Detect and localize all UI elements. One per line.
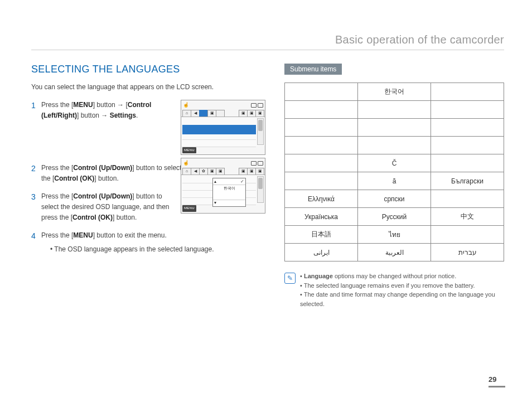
- left-column: SELECTING THE LANGUAGES You can select t…: [31, 64, 265, 308]
- table-cell: [431, 226, 504, 244]
- battery-icon: [251, 161, 263, 166]
- lcd-tab: ⌂: [182, 168, 191, 175]
- lcd-tab: ▣: [207, 168, 216, 175]
- lcd-tab: ▣: [255, 110, 264, 117]
- table-cell: [285, 154, 358, 172]
- hand-icon: ☝: [183, 101, 189, 109]
- lcd-tab: ◀: [191, 110, 200, 117]
- intro-text: You can select the language that appears…: [31, 83, 265, 91]
- lcd-tab: ▣: [239, 110, 248, 117]
- notes-list: Language options may be changed without …: [300, 272, 504, 308]
- table-cell: [431, 154, 504, 172]
- table-cell: Українська: [285, 208, 358, 226]
- lcd-tab: ▣: [247, 168, 256, 175]
- table-cell: [358, 119, 431, 137]
- step-number: 4: [31, 230, 36, 243]
- language-dropdown: ▴✓ 한국어 ▾: [212, 178, 246, 207]
- table-cell: [285, 119, 358, 137]
- lcd-tab: ▣: [255, 168, 264, 175]
- step-number: 2: [31, 163, 36, 175]
- table-cell: ă: [358, 172, 431, 190]
- lcd-tab: ▣: [239, 168, 248, 175]
- section-title: SELECTING THE LANGUAGES: [31, 64, 265, 75]
- step-number: 1: [31, 100, 36, 112]
- chevron-up-icon: ▴: [214, 178, 216, 185]
- lcd-tab: ⌂: [182, 110, 191, 117]
- note-item: Language options may be changed without …: [300, 272, 504, 281]
- table-cell: [431, 101, 504, 119]
- table-cell: [285, 83, 358, 101]
- lcd-tab: ◀: [191, 168, 200, 175]
- page-header-title: Basic operation of the camcorder: [31, 33, 504, 50]
- note-item: The selected language remains even if yo…: [300, 281, 504, 290]
- table-cell: [358, 137, 431, 154]
- table-cell: [431, 190, 504, 208]
- table-cell: [285, 137, 358, 154]
- step-number: 3: [31, 191, 36, 204]
- scrollbar: [257, 176, 264, 203]
- menu-badge: MENU: [182, 205, 196, 211]
- lcd-tab: [216, 110, 225, 117]
- step-1-text: Press the [MENU] button → [Control (Left…: [41, 100, 173, 120]
- table-cell: ไทย: [358, 226, 431, 244]
- submenu-heading: Submenu items: [284, 64, 342, 75]
- table-cell: 한국어: [358, 83, 431, 101]
- note-icon: ✎: [284, 273, 296, 284]
- table-cell: [358, 101, 431, 119]
- lcd-selection-bar: [182, 125, 256, 134]
- language-table: 한국어ČăБългарскиΕλληνικάсрпскиУкраїнськаРу…: [284, 83, 504, 261]
- note-item: The date and time format may change depe…: [300, 290, 504, 308]
- menu-badge: MENU: [182, 147, 196, 153]
- lcd-mock-language: ☝ ⌂ ◀ ✿ ▣ ▣ ▣ ▣: [181, 158, 265, 213]
- table-cell: Български: [431, 172, 504, 190]
- table-cell: 日本語: [285, 226, 358, 244]
- table-cell: العربية: [358, 244, 431, 261]
- table-cell: [431, 119, 504, 137]
- table-cell: [431, 83, 504, 101]
- table-cell: Русский: [358, 208, 431, 226]
- dropdown-item: 한국어: [213, 185, 245, 192]
- chevron-down-icon: ▾: [214, 200, 216, 206]
- table-cell: Ελληνικά: [285, 190, 358, 208]
- table-cell: српски: [358, 190, 431, 208]
- step-3-text: Press the [Control (Up/Down)] button to …: [41, 191, 173, 222]
- table-cell: [285, 172, 358, 190]
- table-cell: 中文: [431, 208, 504, 226]
- step-4-sub: The OSD language appears in the selected…: [50, 244, 265, 255]
- lcd-tab: ▣: [216, 168, 225, 175]
- table-cell: [431, 137, 504, 154]
- table-cell: ایرانی: [285, 244, 358, 261]
- battery-icon: [251, 103, 263, 108]
- table-cell: [285, 101, 358, 119]
- page-number: 29: [489, 375, 505, 387]
- step-4-text: Press the [MENU] button to exit the menu…: [41, 230, 265, 241]
- table-cell: עברית: [431, 244, 504, 261]
- steps-list: 1 Press the [MENU] button → [Control (Le…: [31, 100, 265, 254]
- hand-icon: ☝: [183, 159, 189, 167]
- scrollbar: [257, 118, 264, 145]
- table-cell: Č: [358, 154, 431, 172]
- lcd-tab: ✿: [199, 168, 208, 175]
- dropdown-item: [213, 192, 245, 200]
- lcd-tab: ▣: [247, 110, 256, 117]
- right-column: Submenu items 한국어ČăБългарскиΕλληνικάсрпс…: [284, 64, 504, 308]
- lcd-tab-settings: ✿: [199, 110, 208, 117]
- lcd-mock-settings: ☝ ⌂ ◀ ✿ ▣ ▣ ▣: [181, 100, 265, 155]
- lcd-tab: ▣: [207, 110, 216, 117]
